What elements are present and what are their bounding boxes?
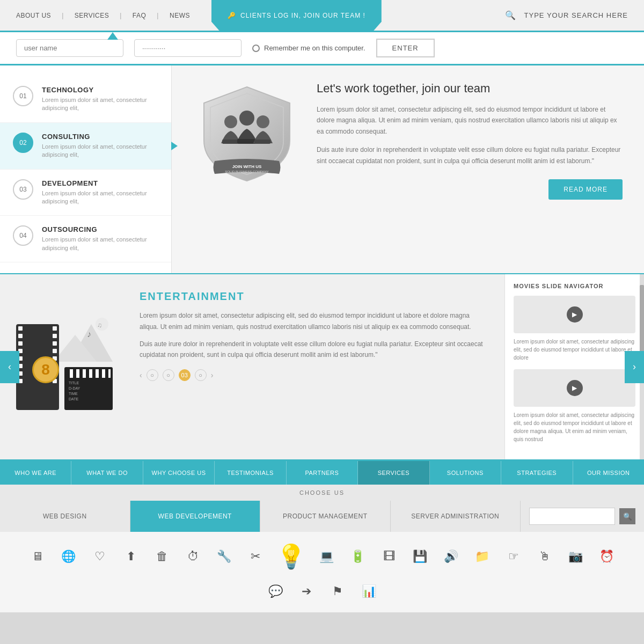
clap-lines: TITLE D-DAY TIME DATE [67, 380, 111, 402]
icons-row: 🖥 🌐 ♡ ⬆ 🗑 ⏱ 🔧 ✂ 💡 💻 🔋 🎞 💾 🔊 📁 ☞ [0, 532, 644, 612]
slide-dot-3[interactable]: 03 [179, 369, 191, 381]
nav-why-choose-us[interactable]: WHY CHOOSE US [143, 461, 215, 485]
ent-center-text: ENTERTAINMENT Lorem ipsum dolor sit amet… [129, 274, 504, 459]
cursor-icon: ☞ [503, 546, 524, 567]
tab-search-btn[interactable]: 🔍 [619, 508, 635, 524]
nav-testimonials[interactable]: TESTIMONIALS [215, 461, 286, 485]
ent-title: ENTERTAINMENT [140, 290, 488, 303]
folder-icon: 📁 [472, 546, 493, 567]
carousel-left-arrow[interactable]: ‹ [0, 351, 19, 383]
carousel-right-arrow[interactable]: › [625, 351, 644, 383]
mountain-svg [54, 313, 118, 367]
main-section: 01 TECHNOLOGY Lorem ipsum dolor sit amet… [0, 65, 644, 274]
nav-services[interactable]: SERVICES [358, 461, 429, 485]
play-btn-1[interactable]: ▶ [567, 306, 583, 323]
sidebar-desc-01: Lorem ipsum dolor sit amet, consectetur … [42, 96, 158, 113]
username-input[interactable] [16, 39, 123, 57]
nav-center-login[interactable]: 🔑 CLIENTS LOG IN, JOIN OUR TEAM ! [211, 0, 382, 32]
scissors-icon: ✂ [245, 546, 266, 567]
sidebar-item-technology[interactable]: 01 TECHNOLOGY Lorem ipsum dolor sit amet… [0, 76, 171, 123]
svg-point-4 [257, 115, 269, 128]
slide-dot-1[interactable]: ○ [147, 369, 158, 381]
icon-folder: 📁 [472, 546, 493, 567]
clap-line-time: TIME [69, 392, 108, 396]
tab-web-design[interactable]: WEB DESIGN [0, 501, 130, 532]
film-icon: 🎞 [379, 546, 399, 567]
sidebar-item-outsourcing[interactable]: 04 OUTSOURCING Lorem ipsum dolor sit ame… [0, 216, 171, 262]
sidebar-num-02: 02 [13, 133, 33, 153]
remember-label[interactable]: Remember me on this computer. [252, 44, 365, 52]
right-content: JOIN WITH US SOLID BUSINESS COMPANY Let'… [172, 65, 644, 273]
password-input[interactable] [134, 39, 241, 57]
video-thumb-2[interactable]: ▶ [514, 369, 635, 407]
ent-film-illustration: 8 TITLE D-DAY TIME DATE ♪ ♫ [0, 274, 129, 459]
tab-server-admin[interactable]: SERVER ADMINISTRATION [391, 501, 521, 532]
tab-product-mgmt[interactable]: PRODUCT MANAGEMENT [260, 501, 391, 532]
nav-services[interactable]: SERVICES [75, 12, 109, 19]
sidebar-arrow [171, 142, 178, 150]
entertainment-section: ‹ [0, 274, 644, 461]
globe-icon: 🌐 [58, 546, 79, 567]
nav-partners[interactable]: PARTNERS [287, 461, 358, 485]
sidebar-num-01: 01 [13, 86, 33, 106]
sidebar-item-consulting[interactable]: 02 CONSULTING Lorem ipsum dolor sit amet… [0, 123, 171, 170]
sidebar-desc-03: Lorem ipsum dolor sit amet, consectetur … [42, 189, 158, 206]
video-desc-1: Lorem ipsum dolor sit amet, consectetur … [514, 338, 635, 362]
slide-nav: ‹ ○ ○ 03 ○ › [140, 369, 488, 381]
tabs-row: WEB DESIGN WEB DEVELOPEMENT PRODUCT MANA… [0, 501, 644, 532]
chat-icon: 💬 [265, 581, 286, 602]
nav-faq[interactable]: FAQ [133, 12, 147, 19]
tab-search-input[interactable] [529, 508, 615, 525]
clock-icon: ⏱ [183, 546, 203, 567]
film-number: 8 [32, 356, 59, 383]
nav-news[interactable]: NEWS [170, 12, 190, 19]
nav-about[interactable]: ABOUT US [16, 12, 51, 19]
choose-us-text: CHOOSE US [299, 489, 345, 496]
tab-web-dev[interactable]: WEB DEVELOPEMENT [130, 501, 261, 532]
nav-solutions[interactable]: SOLUTIONS [430, 461, 501, 485]
ent-para1: Lorem ipsum dolor sit amet, consectetur … [140, 310, 488, 332]
sidebar-title-03: DEVELOPMENT [42, 179, 158, 187]
read-more-button[interactable]: READ MORE [548, 179, 623, 200]
lightbulb-icon: 💡 [276, 543, 306, 570]
mouse-icon: 🖱 [535, 546, 555, 567]
slide-prev[interactable]: ‹ [140, 371, 142, 379]
join-title: Let's work together, join our team [317, 82, 623, 96]
music-note2-icon: ♫ [97, 321, 102, 329]
icon-chat: 💬 [265, 581, 286, 602]
icon-globe: 🌐 [58, 546, 79, 567]
slide-dot-4[interactable]: ○ [195, 369, 207, 381]
clap-line-title: TITLE [69, 381, 108, 385]
ent-movies-panel: MOVIES SLIDE NAVIGATOR ▶ Lorem ipsum dol… [504, 274, 644, 459]
sidebar-desc-04: Lorem ipsum dolor sit amet, consectetur … [42, 236, 158, 252]
tab-search: 🔍 [521, 501, 644, 532]
svg-point-0 [224, 115, 237, 128]
icon-trash: 🗑 [152, 546, 172, 567]
video-thumb-1[interactable]: ▶ [514, 296, 635, 333]
nav-what-we-do[interactable]: WHAT WE DO [71, 461, 143, 485]
floppy-icon: 💾 [410, 546, 430, 567]
tools-icon: 🔧 [214, 546, 235, 567]
trash-icon: 🗑 [152, 546, 172, 567]
sidebar-item-development[interactable]: 03 DEVELOPMENT Lorem ipsum dolor sit ame… [0, 170, 171, 216]
arrow-right-icon: ➔ [296, 581, 317, 602]
icon-camera: 📷 [566, 546, 586, 567]
film-strip: 8 [16, 324, 59, 410]
sidebar-text-development: DEVELOPMENT Lorem ipsum dolor sit amet, … [42, 179, 158, 206]
nav-our-mission[interactable]: OUR MISSION [573, 461, 644, 485]
search-icon[interactable]: 🔍 [505, 10, 516, 20]
remember-checkbox[interactable] [252, 45, 260, 52]
slide-next[interactable]: › [211, 371, 214, 379]
clap-line-dday: D-DAY [69, 386, 108, 390]
top-nav: ABOUT US | SERVICES | FAQ | NEWS 🔑 CLIEN… [0, 0, 644, 32]
slide-dot-2[interactable]: ○ [163, 369, 174, 381]
enter-button[interactable]: ENTER [376, 39, 435, 57]
sidebar-title-04: OUTSOURCING [42, 225, 158, 233]
nav-who-we-are[interactable]: WHO WE ARE [0, 461, 71, 485]
speaker-icon: 🔊 [441, 546, 462, 567]
clap-line-date: DATE [69, 397, 108, 401]
play-btn-2[interactable]: ▶ [567, 380, 583, 396]
time-icon: ⏰ [597, 546, 617, 567]
icon-monitor: 🖥 [27, 546, 48, 567]
nav-strategies[interactable]: STRATEGIES [501, 461, 573, 485]
